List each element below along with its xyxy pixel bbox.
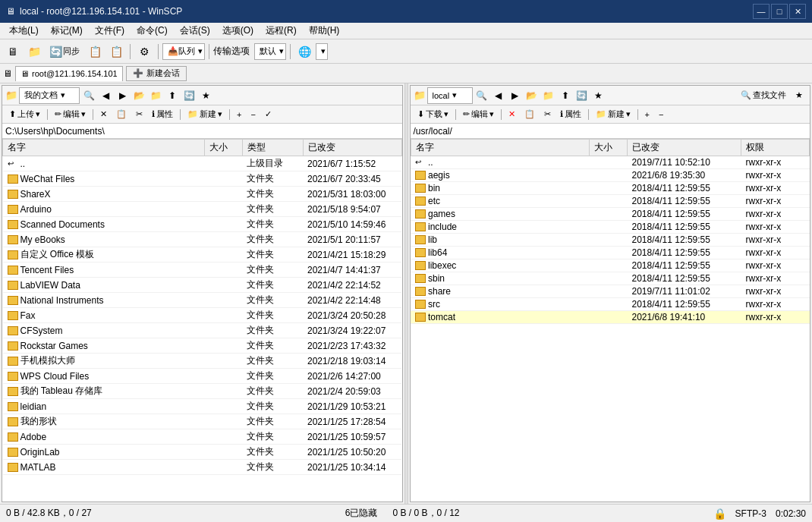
left-btn-new[interactable]: 📁 [148, 88, 163, 103]
left-btn-open[interactable]: 📂 [131, 88, 146, 103]
list-item[interactable]: lib64 2018/4/11 12:59:55 rwxr-xr-x [411, 247, 810, 259]
list-item[interactable]: leidian 文件夹 2021/1/29 10:53:21 [3, 399, 402, 414]
menu-command[interactable]: 命令(C) [131, 23, 174, 39]
toolbar-btn-6[interactable]: ⚙ [134, 42, 154, 61]
left-plus-btn[interactable]: + [233, 108, 245, 121]
list-item[interactable]: WeChat Files 文件夹 2021/6/7 20:33:45 [3, 171, 402, 187]
maximize-button[interactable]: □ [771, 4, 788, 19]
globe-dropdown[interactable]: ▾ [316, 43, 328, 60]
list-item[interactable]: ShareX 文件夹 2021/5/31 18:03:00 [3, 187, 402, 202]
left-props-btn[interactable]: ℹ 属性 [148, 108, 177, 121]
list-item[interactable]: 自定义 Office 模板 文件夹 2021/4/21 15:18:29 [3, 247, 402, 263]
left-btn-refresh[interactable]: 🔄 [181, 88, 197, 103]
right-new-btn[interactable]: 📁 新建 ▾ [592, 108, 634, 121]
right-download-btn[interactable]: ⬇ 下载 ▾ [414, 108, 452, 121]
left-filter-btn[interactable]: 🔍 [81, 88, 96, 103]
sync-button[interactable]: 🔄同步 [46, 42, 83, 61]
right-col-modified[interactable]: 已改变 [628, 140, 741, 156]
left-path-dropdown[interactable]: 我的文档 ▾ [19, 87, 80, 104]
list-item[interactable]: lib 2018/4/11 12:59:55 rwxr-xr-x [411, 234, 810, 247]
queue-dropdown[interactable]: 📥 队列 ▾ [162, 43, 205, 60]
find-files-btn[interactable]: 🔍 查找文件 [737, 89, 790, 102]
right-filter-btn[interactable]: 🔍 [474, 88, 489, 103]
list-item[interactable]: Fax 文件夹 2021/3/24 20:50:28 [3, 308, 402, 323]
left-copy-btn[interactable]: 📋 [112, 108, 131, 121]
left-col-size[interactable]: 大小 [204, 140, 242, 156]
right-move-btn[interactable]: ✂ [540, 108, 555, 121]
toolbar-btn-5[interactable]: 📋 [106, 42, 126, 61]
list-item[interactable]: tomcat 2021/6/8 19:41:10 rwxr-xr-x [411, 311, 810, 324]
list-item[interactable]: OriginLab 文件夹 2021/1/25 10:50:20 [3, 445, 402, 460]
list-item[interactable]: aegis 2021/6/8 19:35:30 rwxr-xr-x [411, 169, 810, 182]
right-copy-btn[interactable]: 📋 [521, 108, 539, 121]
list-item[interactable]: Rockstar Games 文件夹 2021/2/23 17:43:32 [3, 338, 402, 354]
right-edit-btn[interactable]: ✏ 编辑 ▾ [459, 108, 498, 121]
new-session-button[interactable]: ➕ 新建会话 [126, 66, 187, 81]
list-item[interactable]: games 2018/4/11 12:59:55 rwxr-xr-x [411, 208, 810, 221]
list-item[interactable]: bin 2018/4/11 12:59:55 rwxr-xr-x [411, 182, 810, 195]
active-session[interactable]: 🖥 root@121.196.154.101 [15, 66, 123, 81]
right-btn-parent[interactable]: ⬆ [558, 88, 573, 103]
globe-button[interactable]: 🌐 [294, 42, 314, 61]
list-item[interactable]: Scanned Documents 文件夹 2021/5/10 14:59:46 [3, 217, 402, 232]
right-file-list[interactable]: 名字 大小 已改变 权限 ↩.. 2019/7/11 10:52:10 rwxr… [411, 139, 810, 502]
list-item[interactable]: Tencent Files 文件夹 2021/4/7 14:41:37 [3, 263, 402, 278]
panel-splitter[interactable] [404, 83, 408, 504]
right-col-name[interactable]: 名字 [411, 140, 590, 156]
list-item[interactable]: share 2019/7/11 11:01:02 rwxr-xr-x [411, 285, 810, 298]
left-edit-btn[interactable]: ✏ 编辑 ▾ [51, 108, 90, 121]
right-nav-forward[interactable]: ▶ [508, 88, 523, 103]
left-col-name[interactable]: 名字 [3, 140, 205, 156]
left-new-btn[interactable]: 📁 新建 ▾ [184, 108, 226, 121]
transfer-dropdown[interactable]: 默认 ▾ [254, 43, 286, 60]
right-nav-back[interactable]: ◀ [491, 88, 506, 103]
menu-help[interactable]: 帮助(H) [303, 23, 346, 39]
list-item[interactable]: WPS Cloud Files 文件夹 2021/2/6 14:27:00 [3, 369, 402, 384]
list-item[interactable]: include 2018/4/11 12:59:55 rwxr-xr-x [411, 221, 810, 234]
list-item[interactable]: ↩.. 2019/7/11 10:52:10 rwxr-xr-x [411, 156, 810, 169]
close-button[interactable]: ✕ [789, 4, 806, 19]
minimize-button[interactable]: — [753, 4, 770, 19]
list-item[interactable]: src 2018/4/11 12:59:55 rwxr-xr-x [411, 298, 810, 311]
left-btn-parent[interactable]: ⬆ [165, 88, 180, 103]
left-btn-bookmark[interactable]: ★ [198, 88, 213, 103]
right-col-perm[interactable]: 权限 [741, 140, 810, 156]
list-item[interactable]: 我的形状 文件夹 2021/1/25 17:28:54 [3, 414, 402, 429]
left-nav-back[interactable]: ◀ [98, 88, 113, 103]
left-minus-btn[interactable]: − [247, 108, 259, 121]
list-item[interactable]: CFSystem 文件夹 2021/3/24 19:22:07 [3, 323, 402, 338]
menu-mark[interactable]: 标记(M) [45, 23, 89, 39]
right-btn-bookmark[interactable]: ★ [591, 88, 606, 103]
left-col-modified[interactable]: 已改变 [303, 140, 401, 156]
menu-file[interactable]: 文件(F) [89, 23, 131, 39]
list-item[interactable]: MATLAB 文件夹 2021/1/25 10:34:14 [3, 460, 402, 475]
menu-local[interactable]: 本地(L) [3, 23, 45, 39]
menu-remote[interactable]: 远程(R) [260, 23, 303, 39]
list-item[interactable]: libexec 2018/4/11 12:59:55 rwxr-xr-x [411, 259, 810, 272]
menu-options[interactable]: 选项(O) [216, 23, 260, 39]
list-item[interactable]: etc 2018/4/11 12:59:55 rwxr-xr-x [411, 195, 810, 208]
toolbar-btn-2[interactable]: 📁 [24, 42, 44, 61]
menu-session[interactable]: 会话(S) [174, 23, 216, 39]
right-col-size[interactable]: 大小 [590, 140, 628, 156]
list-item[interactable]: 手机模拟大师 文件夹 2021/2/18 19:03:14 [3, 354, 402, 369]
list-item[interactable]: Adobe 文件夹 2021/1/25 10:59:57 [3, 429, 402, 445]
right-props-btn[interactable]: ℹ 属性 [556, 108, 585, 121]
right-delete-btn[interactable]: ✕ [505, 108, 519, 121]
left-move-btn[interactable]: ✂ [132, 108, 146, 121]
list-item[interactable]: LabVIEW Data 文件夹 2021/4/2 22:14:52 [3, 278, 402, 293]
left-file-list[interactable]: 名字 大小 类型 已改变 ↩.. 上级目录 2021/6/7 1:15:52 W… [2, 139, 402, 502]
right-btn-open[interactable]: 📂 [524, 88, 540, 103]
left-check-btn[interactable]: ✓ [261, 108, 275, 121]
list-item[interactable]: ↩.. 上级目录 2021/6/7 1:15:52 [3, 156, 402, 171]
left-delete-btn[interactable]: ✕ [96, 108, 111, 121]
list-item[interactable]: 我的 Tableau 存储库 文件夹 2021/2/4 20:59:03 [3, 384, 402, 399]
right-btn-new[interactable]: 📁 [541, 88, 556, 103]
list-item[interactable]: sbin 2018/4/11 12:59:55 rwxr-xr-x [411, 272, 810, 285]
right-path-dropdown[interactable]: local ▾ [427, 87, 473, 104]
left-upload-btn[interactable]: ⬆ 上传 ▾ [5, 108, 44, 121]
right-btn-refresh[interactable]: 🔄 [574, 88, 590, 103]
right-bookmark-btn[interactable]: ★ [792, 89, 807, 102]
left-nav-forward[interactable]: ▶ [115, 88, 130, 103]
toolbar-btn-4[interactable]: 📋 [85, 42, 105, 61]
